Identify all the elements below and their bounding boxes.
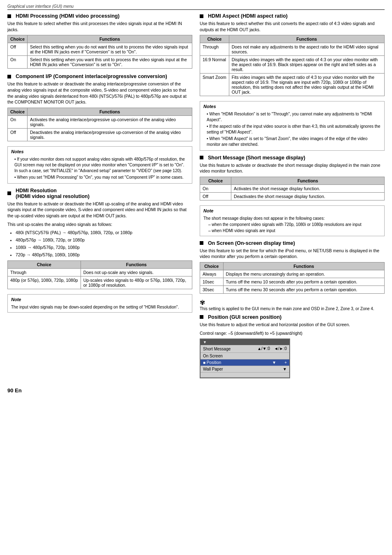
- note-short-message: Note The short message display does not …: [200, 205, 385, 236]
- table-row: Through Does not up-scale any video sign…: [8, 269, 192, 276]
- bullet-icon: [200, 241, 203, 245]
- choice-smart-zoom: Smart Zoom: [200, 74, 229, 96]
- bullet-icon: [200, 14, 203, 18]
- gui-screen-title: ▼: [201, 339, 289, 345]
- table-row: On Select this setting when you want thi…: [8, 56, 192, 69]
- table-row: Off Deactivates the analog interlace/pro…: [8, 129, 192, 141]
- table-row: 30sec Turns off the menu 30 seconds afte…: [200, 286, 385, 293]
- section-hdmi-resolution-title: HDMI Resolution(HDMI video signal resolu…: [7, 188, 192, 199]
- component-ip-col-functions: Functions: [28, 108, 192, 116]
- row-label: Wall Paper: [203, 367, 283, 371]
- section-on-screen-title: On Screen (On-screen display time): [200, 240, 385, 246]
- bullet-icon: [7, 191, 11, 195]
- table-row: 16:9 Normal Displays video images with t…: [200, 56, 385, 74]
- hdmi-aspect-desc: Use this feature to select whether this …: [200, 21, 385, 32]
- bullet-icon: [200, 156, 203, 159]
- choice-through: Through: [8, 269, 81, 276]
- short-message-desc: Use this feature to activate or deactiva…: [200, 162, 385, 174]
- section-hdmi-processing-title: HDMI Processing (HDMI video processing): [7, 13, 192, 19]
- function-30sec: Turns off the menu 30 seconds after you …: [223, 286, 384, 293]
- note-item: When you set "HDMI Processing" to "On", …: [14, 175, 189, 180]
- hdmi-resolution-table: Choice Functions Through Does not up-sca…: [7, 260, 192, 289]
- section-hdmi-aspect-title: HDMI Aspect (HDMI aspect ratio): [200, 13, 385, 19]
- tip-text: This setting is applied to the GUI menu …: [200, 306, 374, 311]
- row-label: ■ Position: [203, 360, 270, 365]
- note-item: When "HDMI Aspect" is set to "Smart Zoom…: [207, 136, 381, 147]
- function-off: Select this setting when you do not want…: [28, 43, 192, 56]
- note-title: Note: [203, 208, 381, 214]
- note-item: If your video monitor does not support a…: [14, 157, 189, 174]
- choice-through: Through: [200, 43, 229, 56]
- section-short-message: Short Message (Short message display) Us…: [200, 155, 385, 200]
- notes-list: If your video monitor does not support a…: [11, 157, 189, 180]
- table-row: On Activates the analog interlace/progre…: [8, 116, 192, 129]
- function-on: Select this setting when you want this u…: [28, 56, 192, 69]
- bullet-icon: [200, 315, 203, 319]
- function-off: Deactivates the analog interlace/progres…: [28, 129, 192, 141]
- row-value-right: +: [284, 360, 287, 365]
- choice-off: Off: [8, 43, 28, 56]
- dash-note-1: – when the component video signals with …: [203, 221, 381, 228]
- function-10sec: Turns off the menu 10 seconds after you …: [223, 278, 384, 286]
- component-ip-desc: Use this feature to activate or deactiva…: [7, 81, 192, 105]
- col-choice: Choice: [200, 262, 224, 270]
- section-hdmi-processing: HDMI Processing (HDMI video processing) …: [7, 13, 192, 69]
- hdmi-aspect-table: Choice Functions Through Does not make a…: [200, 35, 385, 96]
- col-choice: Choice: [8, 261, 81, 269]
- hdmi-resolution-desc: Use this feature to activate or deactiva…: [7, 201, 192, 219]
- bullet-item: 480i (NTSC)/576i (PAL) → 480p/576p, 1080…: [16, 230, 192, 236]
- control-range: Control range: –5 (downward/left) to +5 …: [200, 330, 385, 336]
- section-on-screen: On Screen (On-screen display time) Use t…: [200, 240, 385, 294]
- choice-on: On: [8, 116, 28, 129]
- function-on: Activates the short message display func…: [231, 185, 385, 193]
- note-text: The input video signals may be down-scal…: [11, 305, 179, 309]
- row-label: On Screen: [203, 354, 285, 358]
- gui-screen-mockup: ▼ Short Message ▲/▼:0 ◄/►:0 On Screen ■ …: [200, 339, 290, 378]
- gui-screen-row-wallpaper: Wall Paper ▼: [201, 366, 289, 373]
- col-functions: Functions: [231, 177, 385, 185]
- note-item: If the aspect ratio of the input video s…: [207, 124, 381, 135]
- choice-always: Always: [200, 270, 224, 278]
- row-value: ▼: [283, 367, 287, 371]
- notes-title: Notes: [11, 149, 189, 155]
- col-choice: Choice: [200, 35, 229, 43]
- bullet-icon: [7, 14, 11, 18]
- page-number: 90 En: [7, 387, 385, 394]
- section-position-title: Position (GUI screen position): [200, 314, 385, 320]
- table-row: 480p (or 576p), 1080i, 720p, 1080p Up-sc…: [8, 276, 192, 289]
- choice-off: Off: [200, 193, 231, 200]
- row-label: Short Message: [203, 347, 256, 351]
- function-through: Does not make any adjustments to the asp…: [229, 43, 384, 56]
- on-screen-desc: Use this feature to set the time for whi…: [200, 248, 385, 260]
- table-row: Through Does not make any adjustments to…: [200, 43, 385, 56]
- function-smart-zoom: Fits video images with the aspect ratio …: [229, 74, 384, 96]
- section-component-ip-title: Component I/P (Component interlace/progr…: [7, 74, 192, 79]
- notes-list: When "HDMI Resolution" is set to "Throug…: [203, 111, 381, 147]
- section-position: Position (GUI screen position) Use this …: [200, 314, 385, 378]
- table-row: Off Deactivates the short message displa…: [200, 193, 385, 200]
- short-message-table: Choice Functions On Activates the short …: [200, 177, 385, 200]
- bullet-item: 720p → 480p/576p, 1080i, 1080p: [16, 252, 192, 258]
- choice-30sec: 30sec: [200, 286, 224, 293]
- bullet-item: 480p/576p → 1080i, 720p, or 1080p: [16, 237, 192, 244]
- gui-screen-row-short-message: Short Message ▲/▼:0 ◄/►:0: [201, 345, 289, 353]
- table-row: Smart Zoom Fits video images with the as…: [200, 74, 385, 96]
- on-screen-table: Choice Functions Always Displays the men…: [200, 262, 385, 294]
- component-ip-table: Choice Functions On Activates the analog…: [7, 108, 192, 141]
- gui-screen-row-on-screen: On Screen: [201, 353, 289, 359]
- choice-on: On: [8, 56, 28, 69]
- hdmi-resolution-desc2: This unit up-scales the analog video sig…: [7, 221, 192, 228]
- col-functions: Functions: [81, 261, 192, 269]
- function-on: Activates the analog interlace/progressi…: [28, 116, 192, 129]
- table-row: Off Select this setting when you do not …: [8, 43, 192, 56]
- note-hdmi-resolution: Note The input video signals may be down…: [7, 294, 192, 312]
- bullet-icon: [7, 75, 11, 78]
- section-hdmi-resolution: HDMI Resolution(HDMI video signal resolu…: [7, 188, 192, 290]
- note-text: The short message display does not appea…: [203, 216, 381, 221]
- note-item: When "HDMI Resolution" is set to "Throug…: [207, 111, 381, 123]
- table-row: Always Displays the menu unceasingly dur…: [200, 270, 385, 278]
- row-value: ▲/▼:0 ◄/►:0: [257, 346, 287, 352]
- section-hdmi-aspect: HDMI Aspect (HDMI aspect ratio) Use this…: [200, 13, 385, 96]
- gui-screen-row-position: ■ Position ▼ +: [201, 359, 289, 366]
- position-desc: Use this feature to adjust the vertical …: [200, 322, 385, 328]
